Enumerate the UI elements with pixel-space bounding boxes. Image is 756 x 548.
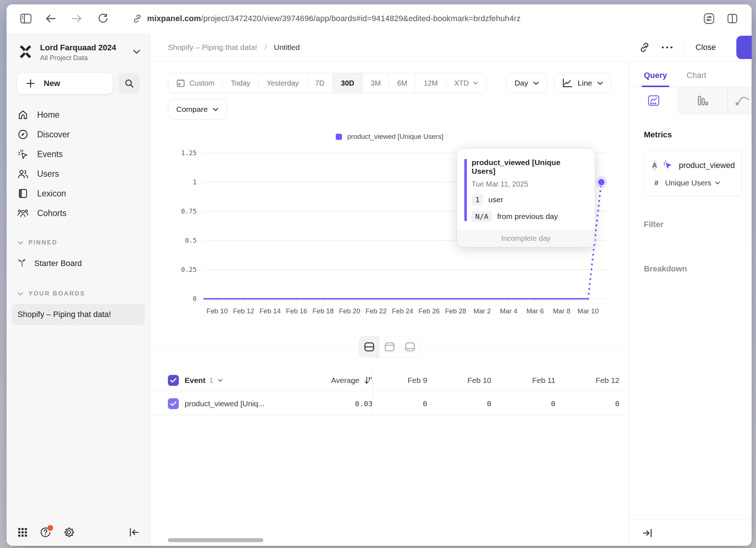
select-all-checkbox[interactable] xyxy=(168,375,179,386)
layout-chart-only-toggle[interactable] xyxy=(379,336,400,357)
svg-text:Feb 28: Feb 28 xyxy=(445,307,466,315)
content-column: Shopify – Piping that data! / Untitled xyxy=(150,33,752,546)
breakdown-heading: Breakdown xyxy=(644,264,742,274)
range-6m-button[interactable]: 6M xyxy=(389,73,416,93)
funnels-report-tab[interactable] xyxy=(678,87,728,114)
split-view-icon[interactable] xyxy=(724,10,741,27)
range-yesterday-button[interactable]: Yesterday xyxy=(259,73,307,93)
more-options-icon[interactable] xyxy=(661,46,673,49)
breadcrumb-page-title[interactable]: Untitled xyxy=(274,43,300,52)
range-7d-button[interactable]: 7D xyxy=(307,73,333,93)
svg-text:Feb 10: Feb 10 xyxy=(206,307,228,315)
your-boards-section-header[interactable]: YOUR BOARDS xyxy=(7,290,150,297)
granularity-dropdown[interactable]: Day xyxy=(506,73,547,93)
tab-chart[interactable]: Chart xyxy=(687,71,706,87)
sort-icon xyxy=(364,376,373,385)
reload-icon[interactable] xyxy=(95,10,111,27)
starter-board-label: Starter Board xyxy=(34,259,82,268)
address-bar[interactable]: mixpanel.com/project/3472420/view/397469… xyxy=(133,14,698,23)
event-column-header[interactable]: Event1 xyxy=(185,369,296,392)
retention-report-tab[interactable] xyxy=(728,87,752,114)
funnel-bars-icon xyxy=(697,95,709,106)
select-all-checkbox-cell[interactable] xyxy=(150,369,185,392)
search-icon xyxy=(125,79,134,88)
range-label: 12M xyxy=(424,79,438,87)
horizontal-scrollbar[interactable] xyxy=(168,538,263,542)
collapse-panel-icon[interactable] xyxy=(642,528,653,538)
chevron-down-icon xyxy=(533,81,539,85)
tooltip-date: Tue Mar 11, 2025 xyxy=(472,180,585,188)
average-column-header[interactable]: Average xyxy=(296,369,373,392)
range-label: Today xyxy=(231,79,250,87)
svg-text:1: 1 xyxy=(193,178,197,186)
sidebar-item-label: Cohorts xyxy=(37,208,67,218)
chart-tooltip: product_viewed [Unique Users] Tue Mar 11… xyxy=(457,149,595,247)
row-checkbox[interactable] xyxy=(168,398,179,409)
metric-aggregation-label: Unique Users xyxy=(665,179,711,187)
range-today-button[interactable]: Today xyxy=(223,73,259,93)
chevron-down-icon xyxy=(213,107,218,111)
breadcrumb-board[interactable]: Shopify – Piping that data! xyxy=(168,43,257,52)
row-date-value: 0 xyxy=(565,392,629,415)
legend-swatch xyxy=(336,134,342,140)
granularity-label: Day xyxy=(515,79,528,87)
range-30d-button[interactable]: 30D xyxy=(333,73,363,93)
svg-text:0.75: 0.75 xyxy=(181,207,197,215)
sidebar-item-cohorts[interactable]: Cohorts xyxy=(12,203,145,223)
sidebar-item-board-shopify[interactable]: Shopify – Piping that data! xyxy=(12,304,145,325)
back-icon[interactable] xyxy=(42,10,59,27)
url-text: mixpanel.com/project/3472420/view/397469… xyxy=(147,14,521,23)
browser-sidebar-toggle-icon[interactable] xyxy=(17,10,34,27)
save-button-partial[interactable] xyxy=(736,36,752,59)
range-custom-button[interactable]: Custom xyxy=(168,73,223,93)
metric-aggregation-dropdown[interactable]: Unique Users xyxy=(665,179,720,187)
project-switcher[interactable]: Lord Farquaad 2024 All Project Data xyxy=(7,33,150,66)
svg-text:Feb 22: Feb 22 xyxy=(366,307,387,315)
metric-card[interactable]: A product_viewed xyxy=(644,150,742,196)
settings-gear-icon[interactable] xyxy=(63,527,74,538)
browser-toolbar: mixpanel.com/project/3472420/view/397469… xyxy=(7,4,752,33)
layout-split-toggle[interactable] xyxy=(359,336,379,357)
apps-grid-icon[interactable] xyxy=(17,527,28,537)
tab-query[interactable]: Query xyxy=(644,71,667,87)
new-button[interactable]: New xyxy=(17,73,113,94)
discover-compass-icon xyxy=(17,129,28,140)
row-date-value: 0 xyxy=(373,392,437,415)
tooltip-delta: N/A xyxy=(472,211,492,222)
range-label: 6M xyxy=(397,79,407,87)
help-icon[interactable] xyxy=(40,527,51,538)
chart-area: product_viewed [Unique Users] 00.250.50.… xyxy=(150,120,629,325)
chart-type-dropdown[interactable]: Line xyxy=(554,73,611,93)
page-settings-icon[interactable] xyxy=(701,10,717,27)
forward-icon[interactable] xyxy=(68,10,85,27)
svg-text:Mar 10: Mar 10 xyxy=(578,307,599,315)
range-label: XTD xyxy=(454,79,469,87)
insights-report-tab[interactable] xyxy=(629,87,678,114)
sidebar-item-home[interactable]: Home xyxy=(12,105,145,125)
range-xtd-button[interactable]: XTD xyxy=(446,73,486,93)
pinned-section-header[interactable]: PINNED xyxy=(7,239,150,246)
close-button[interactable]: Close xyxy=(696,43,716,52)
range-3m-button[interactable]: 3M xyxy=(363,73,389,93)
sidebar-item-lexicon[interactable]: Lexicon xyxy=(12,184,145,203)
collapse-sidebar-icon[interactable] xyxy=(129,528,139,537)
row-checkbox-cell[interactable] xyxy=(150,392,185,415)
tooltip-footer: Incomplete day xyxy=(457,230,595,247)
svg-text:Feb 20: Feb 20 xyxy=(339,307,360,315)
range-12m-button[interactable]: 12M xyxy=(416,73,446,93)
chart-legend: product_viewed [Unique Users] xyxy=(168,133,611,141)
sidebar-item-starter-board[interactable]: Starter Board xyxy=(12,253,145,274)
sidebar-item-events[interactable]: Events xyxy=(12,144,145,164)
sidebar-item-users[interactable]: Users xyxy=(12,164,145,184)
layout-table-only-toggle[interactable] xyxy=(400,336,420,357)
search-button[interactable] xyxy=(119,73,140,94)
calendar-icon xyxy=(176,79,185,87)
tooltip-delta-label: from previous day xyxy=(497,212,558,221)
new-button-label: New xyxy=(44,79,60,88)
line-chart-icon xyxy=(562,78,572,88)
copy-link-icon[interactable] xyxy=(639,42,650,53)
compare-dropdown[interactable]: Compare xyxy=(168,99,227,120)
tooltip-series-bar xyxy=(464,159,467,221)
sidebar-item-discover[interactable]: Discover xyxy=(12,125,145,144)
report-type-segmented-control xyxy=(629,87,752,114)
